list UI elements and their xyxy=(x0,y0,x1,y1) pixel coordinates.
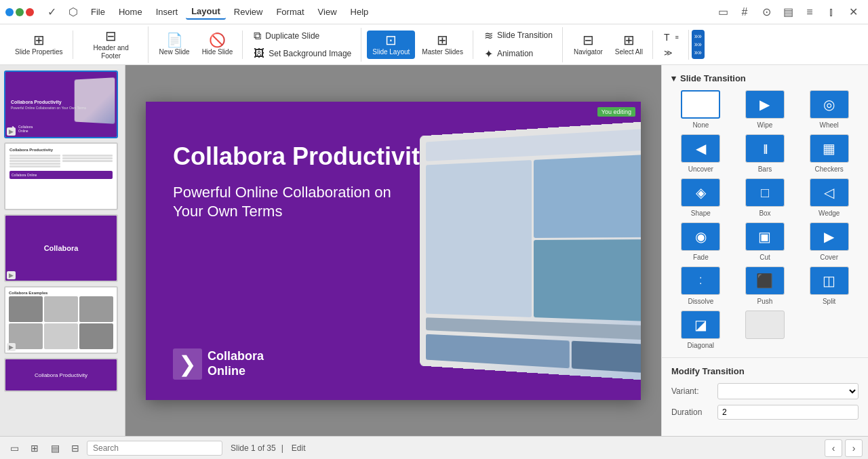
transition-split[interactable]: ◫ Split xyxy=(800,266,859,305)
top-right-icons: ▭ # ⊙ ▤ ≡ ⫿ ✕ xyxy=(713,3,863,22)
toolbar-group-more: »» »» »» xyxy=(692,30,705,59)
normal-view-icon[interactable]: ▭ xyxy=(5,439,23,457)
search-input[interactable] xyxy=(87,441,222,456)
transition-none[interactable]: None xyxy=(671,90,730,129)
header-footer-button[interactable]: ⊟ Header and Footer xyxy=(79,26,144,63)
bottom-icons: ▭ ⊞ ▤ ⊟ xyxy=(5,439,84,457)
hide-slide-button[interactable]: 🚫 Hide Slide xyxy=(197,31,239,59)
slide2-title: Collabora Productivity xyxy=(9,148,113,152)
slide-sorter-icon[interactable]: ⊟ xyxy=(66,439,84,457)
background-icon: 🖼 xyxy=(254,47,264,60)
transition-wheel[interactable]: ◎ Wheel xyxy=(800,90,859,129)
transition-fade[interactable]: ◉ Fade xyxy=(671,222,730,261)
transition-checkers-label: Checkers xyxy=(815,165,844,173)
duplicate-slide-button[interactable]: ⧉ Duplicate Slide xyxy=(248,28,357,44)
check-icon[interactable]: ✓ xyxy=(42,3,61,22)
close-icon[interactable]: ✕ xyxy=(844,3,863,22)
slide-transition-button[interactable]: ≋ Slide Transition xyxy=(479,27,558,44)
slide-canvas: You editing THOMAS editing ... ANN... Co… xyxy=(146,102,641,400)
new-slide-button[interactable]: 📄 New Slide xyxy=(154,31,195,59)
transition-checkers[interactable]: ▦ Checkers xyxy=(800,134,859,173)
menu-format[interactable]: Format xyxy=(271,5,309,19)
notes-view-icon[interactable]: ▤ xyxy=(46,439,64,457)
duration-input[interactable] xyxy=(717,405,859,420)
editor-area[interactable]: You editing THOMAS editing ... ANN... Co… xyxy=(125,65,661,436)
slide-main-title: Collabora Productivity xyxy=(173,142,433,171)
transition-diagonal[interactable]: ◪ Diagonal xyxy=(671,311,730,349)
transition-cover-label: Cover xyxy=(820,254,838,261)
master-slides-icon: ⊞ xyxy=(437,33,448,47)
set-background-button[interactable]: 🖼 Set Background Image xyxy=(248,45,357,62)
slide-layout-button[interactable]: ⊡ Slide Layout xyxy=(367,31,415,59)
slide-properties-button[interactable]: ⊞ Slide Properties xyxy=(9,31,68,59)
target-icon[interactable]: ⊙ xyxy=(757,3,776,22)
transition-uncover[interactable]: ◀ Uncover xyxy=(671,134,730,173)
prev-slide-button[interactable]: ‹ xyxy=(825,439,842,457)
menu-bar: ✓ ⬡ File Home Insert Layout Review Forma… xyxy=(0,0,868,24)
menu-view[interactable]: View xyxy=(313,5,342,19)
transition-empty-thumb xyxy=(745,311,785,339)
transition-shape[interactable]: ◈ Shape xyxy=(671,178,730,217)
transition-wedge-label: Wedge xyxy=(818,209,840,217)
text-format-button[interactable]: T ≡ xyxy=(658,30,684,45)
slide-transition-section: ▾ Slide Transition None ▶ Wipe ◎ Wheel xyxy=(662,65,868,358)
slide-thumb-5[interactable]: Collabora Productivity xyxy=(4,358,118,392)
transition-push[interactable]: ⬛ Push xyxy=(736,266,795,305)
view-icon[interactable]: ▭ xyxy=(713,3,732,22)
list-icon[interactable]: ≡ xyxy=(800,3,819,22)
menu-help[interactable]: Help xyxy=(345,5,374,19)
bottom-nav: ‹ › xyxy=(825,439,863,457)
slide3-label: Collabora xyxy=(44,244,79,252)
toolbar-pair-bg: ⧉ Duplicate Slide 🖼 Set Background Image xyxy=(248,28,357,62)
edit-label: Edit xyxy=(292,443,306,453)
animation-button[interactable]: ✦ Animation xyxy=(479,45,558,62)
animation-icon: ✦ xyxy=(484,47,493,60)
transition-grid: None ▶ Wipe ◎ Wheel ◀ Uncover xyxy=(671,90,859,349)
transition-shape-thumb: ◈ xyxy=(681,178,720,207)
select-all-button[interactable]: ⊞ Select All xyxy=(610,31,648,59)
navigator-icon: ⊟ xyxy=(583,33,594,47)
transition-diagonal-thumb: ◪ xyxy=(681,311,720,339)
transition-diagonal-label: Diagonal xyxy=(688,342,714,349)
transition-cover-thumb: ▶ xyxy=(810,222,849,251)
toolbar-group-background: ⧉ Duplicate Slide 🖼 Set Background Image xyxy=(244,28,361,62)
share-icon[interactable]: ⬡ xyxy=(64,3,83,22)
transition-cut[interactable]: ▣ Cut xyxy=(736,222,795,261)
transition-cut-label: Cut xyxy=(760,254,770,261)
slide-thumb-1[interactable]: Collabora Productivity Powerful Online C… xyxy=(4,71,118,138)
outline-view-icon[interactable]: ⊞ xyxy=(26,439,43,457)
grid-icon[interactable]: # xyxy=(735,3,754,22)
slide-thumb-2[interactable]: Collabora Productivity xyxy=(4,142,118,210)
slide-thumb-3[interactable]: Collabora ▶ xyxy=(4,214,118,282)
toolbar-group-slide-ops: 📄 New Slide 🚫 Hide Slide xyxy=(150,31,243,59)
transition-bars[interactable]: ||| Bars xyxy=(736,134,795,173)
transition-dissolve[interactable]: ⁚ Dissolve xyxy=(671,266,730,305)
transition-empty[interactable] xyxy=(736,311,795,349)
transition-cover[interactable]: ▶ Cover xyxy=(800,222,859,261)
slide-transition-title[interactable]: ▾ Slide Transition xyxy=(671,73,859,83)
master-slides-button[interactable]: ⊞ Master Slides xyxy=(416,31,469,59)
slide-info: Slide 1 of 35 xyxy=(231,443,276,453)
menu-insert[interactable]: Insert xyxy=(151,5,184,19)
sidebar-icon[interactable]: ⫿ xyxy=(822,3,841,22)
transition-icon: ≋ xyxy=(484,29,493,42)
expand-button[interactable]: ≫ xyxy=(658,46,684,60)
transition-wipe[interactable]: ▶ Wipe xyxy=(736,90,795,129)
menu-file[interactable]: File xyxy=(85,5,111,19)
bottom-bar: ▭ ⊞ ▤ ⊟ Slide 1 of 35 | Edit ‹ › xyxy=(0,436,868,459)
slide-thumb-4[interactable]: Collabora Examples ▶ xyxy=(4,286,118,354)
transition-cut-thumb: ▣ xyxy=(745,222,785,251)
transition-wedge[interactable]: ◁ Wedge xyxy=(800,178,859,217)
navigator-button[interactable]: ⊟ Navigator xyxy=(568,31,608,59)
next-slide-button[interactable]: › xyxy=(845,439,863,457)
transition-push-thumb: ⬛ xyxy=(745,266,785,295)
toolbar: ⊞ Slide Properties ⊟ Header and Footer 📄… xyxy=(0,24,868,65)
menu-layout[interactable]: Layout xyxy=(186,4,226,20)
new-slide-icon: 📄 xyxy=(166,33,183,47)
menu-review[interactable]: Review xyxy=(229,5,269,19)
table-icon[interactable]: ▤ xyxy=(778,3,797,22)
variant-select[interactable] xyxy=(717,383,859,399)
menu-home[interactable]: Home xyxy=(113,5,148,19)
header-footer-icon: ⊟ xyxy=(105,29,117,43)
transition-box[interactable]: □ Box xyxy=(736,178,795,217)
